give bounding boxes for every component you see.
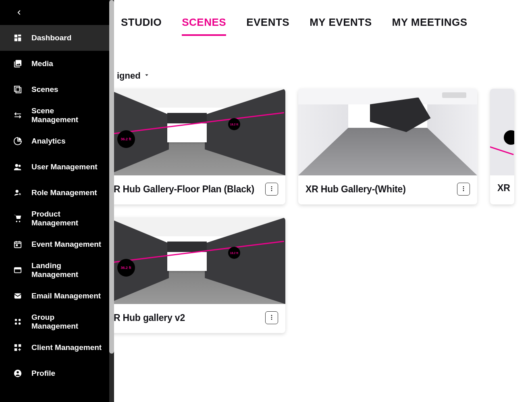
sidebar: Dashboard Media Scenes Scene Management … [0,0,114,402]
scene-mgmt-icon [13,110,23,120]
more-vert-icon [268,185,275,193]
svg-point-1 [271,188,272,189]
sidebar-item-event-management[interactable]: Event Management [0,231,114,257]
svg-point-4 [463,188,464,189]
sidebar-item-label: Role Management [31,188,97,197]
sidebar-item-label: Event Management [31,240,101,249]
svg-point-11 [16,190,19,193]
measurement-badge: 18.2 ft [228,247,240,259]
svg-rect-13 [16,244,18,246]
sidebar-item-scenes[interactable]: Scenes [0,77,114,102]
svg-point-9 [15,164,18,167]
sidebar-item-label: Landing Management [31,261,102,279]
cart-icon [13,214,23,223]
roles-icon [13,188,23,198]
sidebar-item-client-management[interactable]: Client Management [0,335,114,360]
scene-card-title: XR Hub Gallery-(White) [305,184,406,195]
group-icon [13,317,23,327]
scene-card-title: XR [497,183,510,194]
scrollbar-thumb[interactable] [109,0,114,354]
svg-rect-21 [15,344,17,347]
svg-point-10 [19,165,21,167]
scene-thumbnail: 36.2 ft 18.2 ft [106,217,285,304]
svg-point-2 [271,190,272,191]
sidebar-item-group-management[interactable]: Group Management [0,309,114,335]
chevron-down-icon [143,71,150,81]
sidebar-item-label: Media [31,59,53,68]
scene-card-title: R Hub gallery v2 [114,312,185,323]
card-menu-button[interactable] [265,311,278,324]
email-icon [13,291,23,301]
sidebar-item-label: Group Management [31,313,102,331]
sidebar-item-label: Profile [31,369,55,378]
tab-scenes[interactable]: SCENES [182,16,226,34]
sidebar-item-label: Analytics [31,137,65,146]
sidebar-item-label: Scenes [31,85,58,94]
svg-rect-22 [19,344,21,347]
svg-point-18 [19,319,21,321]
measurement-badge: 18.2 ft [228,118,240,130]
sidebar-item-media[interactable]: Media [0,51,114,77]
svg-point-20 [19,323,21,325]
sidebar-item-analytics[interactable]: Analytics [0,128,114,154]
sidebar-item-label: User Management [31,162,98,171]
filter-dropdown[interactable]: igned [117,71,150,81]
scene-card[interactable]: XR Hub Gallery-(White) [298,89,477,204]
svg-point-17 [15,319,17,321]
sidebar-item-profile[interactable]: Profile [0,360,114,386]
scene-thumbnail [298,89,477,175]
analytics-icon [13,136,23,146]
svg-point-3 [463,186,464,187]
filter-label: igned [117,71,141,81]
sidebar-item-email-management[interactable]: Email Management [0,283,114,309]
sidebar-item-label: Dashboard [31,33,71,42]
sidebar-back-button[interactable] [0,0,114,25]
svg-point-5 [463,190,464,191]
tab-events[interactable]: EVENTS [246,16,289,34]
scene-cards-grid: 36.2 ft 18.2 ft R Hub Gallery-Floor Plan… [106,89,532,333]
profile-icon [13,369,23,378]
tab-my-meetings[interactable]: MY MEETINGS [392,16,467,34]
scene-card[interactable]: 36.2 ft 18.2 ft R Hub gallery v2 [106,217,285,333]
more-vert-icon [268,314,275,322]
media-icon [13,59,23,69]
scene-card[interactable]: XR [490,89,514,204]
sidebar-item-user-management[interactable]: User Management [0,154,114,180]
sidebar-item-label: Product Management [31,210,102,227]
users-icon [13,162,23,172]
measurement-badge: 36.2 ft [117,130,135,148]
card-menu-button[interactable] [265,183,278,196]
sidebar-item-scene-management[interactable]: Scene Management [0,102,114,128]
sidebar-item-label: Scene Management [31,106,102,124]
scene-thumbnail [490,89,514,175]
svg-point-19 [15,323,17,325]
scenes-icon [13,85,23,94]
scene-card-title: R Hub Gallery-Floor Plan (Black) [114,184,254,195]
sidebar-scrollbar[interactable] [109,0,114,402]
sidebar-item-role-management[interactable]: Role Management [0,180,114,206]
svg-rect-15 [15,268,21,270]
sidebar-item-landing-management[interactable]: Landing Management [0,257,114,283]
dashboard-icon [13,33,23,43]
scene-thumbnail: 36.2 ft 18.2 ft [106,89,285,175]
sidebar-item-dashboard[interactable]: Dashboard [0,25,114,51]
svg-point-6 [271,315,272,316]
tab-my-events[interactable]: MY EVENTS [310,16,372,34]
scene-card[interactable]: 36.2 ft 18.2 ft R Hub Gallery-Floor Plan… [106,89,285,204]
svg-rect-23 [15,348,17,351]
svg-point-0 [271,186,272,187]
sidebar-item-label: Email Management [31,292,101,300]
svg-point-8 [271,319,272,320]
measurement-badge: 36.2 ft [117,259,135,277]
tab-studio[interactable]: STUDIO [121,16,162,34]
landing-icon [13,265,23,275]
svg-point-25 [17,371,19,374]
event-icon [13,240,23,249]
chevron-left-icon [15,9,23,16]
sidebar-item-label: Client Management [31,343,102,352]
sidebar-item-product-management[interactable]: Product Management [0,206,114,231]
card-menu-button[interactable] [457,183,470,196]
more-vert-icon [460,185,467,193]
client-icon [13,343,23,352]
svg-point-7 [271,317,272,318]
